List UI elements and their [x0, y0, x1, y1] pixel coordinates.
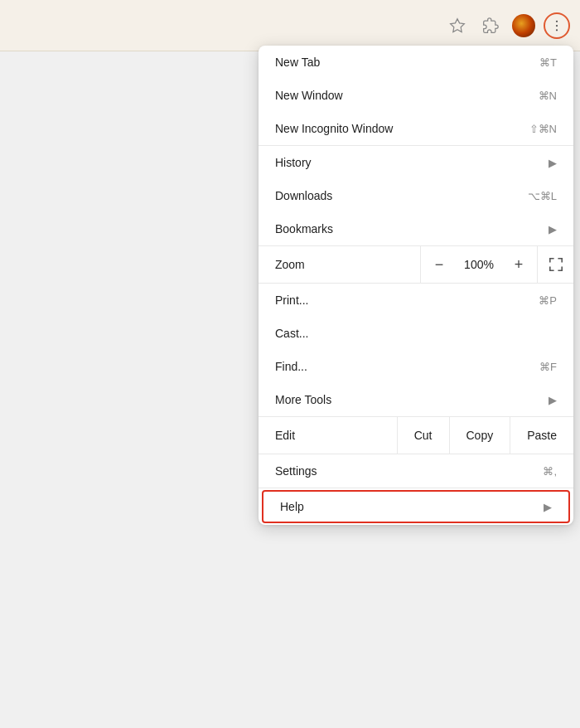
star-icon[interactable] — [444, 12, 471, 39]
more-tools-label: More Tools — [275, 393, 331, 406]
fullscreen-button[interactable] — [537, 246, 573, 283]
menu-item-new-incognito[interactable]: New Incognito Window ⇧⌘N — [259, 112, 573, 145]
menu-item-settings[interactable]: Settings ⌘, — [259, 454, 573, 488]
menu-item-history[interactable]: History ▶ — [259, 146, 573, 179]
zoom-value: 100% — [457, 258, 500, 271]
menu-item-find[interactable]: Find... ⌘F — [259, 350, 573, 383]
edit-actions: Cut Copy Paste — [397, 417, 573, 454]
cast-label: Cast... — [275, 327, 308, 340]
extensions-icon[interactable] — [477, 12, 504, 39]
zoom-increase-button[interactable]: + — [500, 246, 537, 283]
zoom-row: Zoom − 100% + — [259, 246, 573, 284]
chrome-menu: New Tab ⌘T New Window ⌘N New Incognito W… — [259, 46, 573, 525]
menu-item-more-tools[interactable]: More Tools ▶ — [259, 383, 573, 416]
menu-item-new-window[interactable]: New Window ⌘N — [259, 79, 573, 112]
more-tools-arrow: ▶ — [549, 394, 557, 406]
new-tab-shortcut: ⌘T — [539, 56, 557, 69]
menu-section-tools: Print... ⌘P Cast... Find... ⌘F More Tool… — [259, 284, 573, 417]
svg-marker-0 — [451, 18, 465, 32]
svg-point-1 — [556, 20, 558, 22]
menu-item-print[interactable]: Print... ⌘P — [259, 284, 573, 317]
bookmarks-arrow: ▶ — [549, 223, 557, 235]
downloads-shortcut: ⌥⌘L — [528, 190, 557, 202]
browser-toolbar — [0, 0, 580, 51]
menu-item-help[interactable]: Help ▶ — [262, 490, 570, 523]
svg-point-2 — [556, 24, 558, 26]
cut-button[interactable]: Cut — [398, 417, 450, 454]
chrome-menu-button[interactable] — [544, 12, 570, 39]
edit-label: Edit — [259, 429, 397, 442]
menu-section-new: New Tab ⌘T New Window ⌘N New Incognito W… — [259, 46, 573, 146]
print-label: Print... — [275, 294, 308, 307]
help-arrow: ▶ — [544, 501, 552, 513]
new-window-label: New Window — [275, 89, 343, 102]
zoom-label: Zoom — [259, 258, 420, 271]
paste-button[interactable]: Paste — [510, 417, 573, 454]
settings-label: Settings — [275, 464, 317, 478]
new-incognito-shortcut: ⇧⌘N — [529, 123, 557, 135]
edit-row: Edit Cut Copy Paste — [259, 417, 573, 454]
menu-section-nav: History ▶ Downloads ⌥⌘L Bookmarks ▶ — [259, 146, 573, 246]
history-label: History — [275, 156, 312, 169]
svg-point-3 — [556, 29, 558, 31]
print-shortcut: ⌘P — [539, 294, 557, 307]
new-window-shortcut: ⌘N — [539, 90, 557, 102]
zoom-controls: − 100% + — [420, 246, 537, 283]
history-arrow: ▶ — [549, 157, 557, 169]
menu-section-help: Help ▶ — [259, 490, 573, 523]
menu-item-new-tab[interactable]: New Tab ⌘T — [259, 46, 573, 79]
find-shortcut: ⌘F — [539, 361, 557, 373]
menu-section-settings: Settings ⌘, — [259, 454, 573, 488]
find-label: Find... — [275, 360, 307, 373]
new-tab-label: New Tab — [275, 56, 320, 69]
menu-item-cast[interactable]: Cast... — [259, 317, 573, 350]
new-incognito-label: New Incognito Window — [275, 122, 393, 135]
avatar-icon[interactable] — [510, 12, 537, 39]
menu-item-bookmarks[interactable]: Bookmarks ▶ — [259, 212, 573, 245]
menu-item-downloads[interactable]: Downloads ⌥⌘L — [259, 179, 573, 212]
settings-shortcut: ⌘, — [543, 465, 557, 478]
downloads-label: Downloads — [275, 189, 332, 202]
help-label: Help — [280, 500, 304, 513]
bookmarks-label: Bookmarks — [275, 222, 333, 235]
copy-button[interactable]: Copy — [450, 417, 511, 454]
zoom-decrease-button[interactable]: − — [421, 246, 457, 283]
